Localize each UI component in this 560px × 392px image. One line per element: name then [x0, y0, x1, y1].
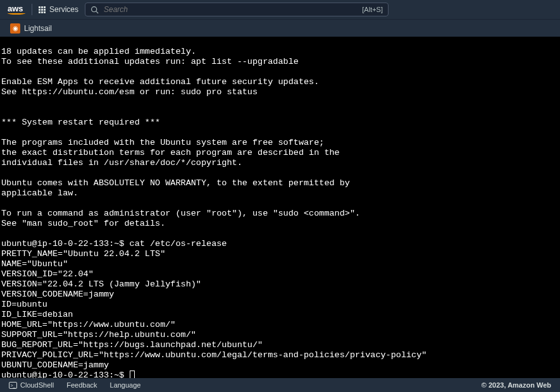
- language-label: Language: [110, 381, 141, 389]
- header-divider: [32, 4, 32, 15]
- service-name[interactable]: Lightsail: [24, 24, 52, 33]
- cloudshell-label: CloudShell: [20, 381, 54, 389]
- service-subheader: ◉ Lightsail: [0, 19, 560, 37]
- aws-smile-icon: [8, 12, 25, 15]
- cloudshell-button[interactable]: >_ CloudShell: [9, 381, 54, 389]
- feedback-label: Feedback: [66, 381, 97, 389]
- lightsail-icon[interactable]: ◉: [10, 23, 20, 34]
- language-link[interactable]: Language: [110, 381, 141, 389]
- svg-point-0: [92, 6, 97, 11]
- aws-logo[interactable]: aws: [8, 4, 25, 15]
- terminal-cursor: [130, 371, 135, 378]
- copyright: © 2023, Amazon Web: [482, 381, 551, 389]
- services-menu[interactable]: Services: [39, 5, 78, 14]
- feedback-link[interactable]: Feedback: [66, 381, 97, 389]
- svg-line-1: [96, 11, 98, 13]
- search-input[interactable]: [104, 5, 357, 14]
- services-label: Services: [49, 5, 78, 14]
- grid-icon: [39, 6, 46, 13]
- aws-footer: >_ CloudShell Feedback Language © 2023, …: [0, 378, 560, 392]
- aws-global-header: aws Services [Alt+S]: [0, 0, 560, 19]
- cloudshell-icon: >_: [9, 382, 17, 389]
- search-icon: [90, 6, 99, 14]
- search-box[interactable]: [Alt+S]: [85, 3, 389, 16]
- terminal[interactable]: 18 updates can be applied immediately. T…: [0, 37, 560, 378]
- search-shortcut: [Alt+S]: [362, 6, 383, 13]
